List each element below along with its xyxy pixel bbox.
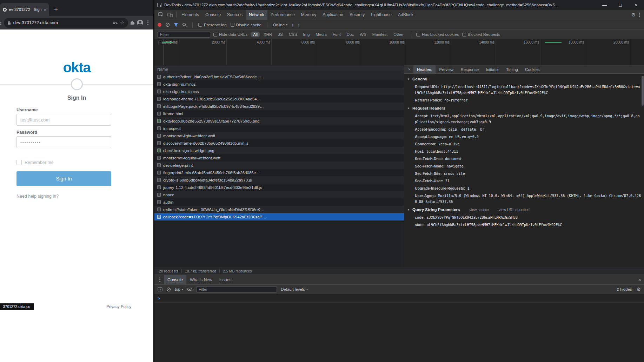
devtools-panel-tab[interactable]: AdBlock bbox=[395, 10, 417, 20]
close-button[interactable]: × bbox=[628, 0, 644, 10]
back-icon[interactable]: ‹ bbox=[0, 19, 2, 26]
details-tab[interactable]: Initiator bbox=[482, 65, 503, 73]
settings-gear-icon[interactable]: ⚙ bbox=[631, 12, 636, 17]
hide-data-urls-group[interactable]: Hide data URLs bbox=[213, 32, 247, 37]
table-row[interactable]: devicefingerprint bbox=[154, 162, 404, 169]
tab-close-icon[interactable]: × bbox=[44, 7, 46, 12]
name-column-header[interactable]: Name bbox=[154, 65, 404, 73]
close-drawer-icon[interactable]: × bbox=[638, 277, 641, 283]
clear-console-icon[interactable] bbox=[166, 287, 171, 292]
drawer-menu-icon[interactable] bbox=[159, 279, 160, 280]
console-settings-gear-icon[interactable]: ⚙ bbox=[636, 287, 641, 292]
console-prompt-row[interactable]: > bbox=[154, 294, 644, 303]
view-url-encoded-link[interactable]: view URL encoded bbox=[499, 208, 530, 212]
request-type-pill[interactable]: Media bbox=[313, 32, 329, 37]
clear-icon[interactable] bbox=[165, 22, 170, 27]
query-params-section-header[interactable]: ▼ Query String Parameters view source vi… bbox=[404, 205, 644, 213]
drawer-tab[interactable]: Issues bbox=[216, 275, 235, 284]
table-row[interactable]: okta-sign-in.min.js bbox=[154, 80, 404, 88]
console-output-area[interactable]: > bbox=[154, 294, 644, 362]
request-type-pill[interactable]: All bbox=[251, 32, 260, 37]
devtools-menu-icon[interactable] bbox=[639, 14, 640, 15]
request-type-pill[interactable]: Font bbox=[330, 32, 343, 37]
details-tab[interactable]: Response bbox=[457, 65, 482, 73]
preserve-log-group[interactable]: Preserve log bbox=[198, 23, 227, 27]
table-row[interactable]: jquery-1.12.4.cde246884d9601b57ecdf303e9… bbox=[154, 184, 404, 191]
record-button[interactable] bbox=[158, 23, 161, 27]
blocked-requests-checkbox[interactable] bbox=[462, 33, 466, 37]
inspect-element-icon[interactable] bbox=[156, 11, 165, 19]
details-tab[interactable]: Headers bbox=[413, 65, 436, 73]
table-row[interactable]: fingerprint2.min.68ab45bd98459cb766f3ab2… bbox=[154, 169, 404, 176]
view-source-link[interactable]: view source bbox=[469, 208, 489, 212]
request-type-pill[interactable]: Doc bbox=[344, 32, 356, 37]
extensions-puzzle-icon[interactable] bbox=[130, 20, 135, 25]
devtools-panel-tab[interactable]: Elements bbox=[178, 10, 202, 20]
address-bar[interactable]: dev-3701272.okta.com ☆ bbox=[4, 18, 128, 28]
drawer-tab[interactable]: Console bbox=[164, 275, 186, 284]
console-filter-input[interactable] bbox=[196, 287, 277, 292]
table-row[interactable]: montserrat-regular-webfont.woff bbox=[154, 154, 404, 162]
username-input[interactable] bbox=[16, 114, 111, 126]
request-type-pill[interactable]: JS bbox=[275, 32, 285, 37]
request-type-pill[interactable]: CSS bbox=[286, 32, 300, 37]
device-toolbar-icon[interactable] bbox=[165, 11, 174, 19]
network-timeline-overview[interactable]: 2000 ms 4000 ms 6000 ms 8000 ms 10000 ms… bbox=[154, 39, 644, 65]
help-link[interactable]: Need help signing in? bbox=[16, 194, 59, 199]
request-type-pill[interactable]: WS bbox=[357, 32, 369, 37]
table-row[interactable]: initLoginPage.pack.e4d8da92b7fc0974c4584… bbox=[154, 103, 404, 110]
disable-cache-group[interactable]: Disable cache bbox=[231, 23, 261, 27]
scrollbar-thumb[interactable] bbox=[642, 76, 644, 106]
console-sidebar-icon[interactable] bbox=[158, 287, 162, 291]
has-blocked-cookies-group[interactable]: Has blocked cookies bbox=[416, 32, 459, 37]
details-tab[interactable]: Timing bbox=[503, 65, 522, 73]
devtools-panel-tab[interactable]: Lighthouse bbox=[368, 10, 395, 20]
network-filter-input[interactable] bbox=[158, 32, 210, 38]
blocked-requests-group[interactable]: Blocked Requests bbox=[462, 32, 500, 37]
browser-menu-icon[interactable] bbox=[147, 22, 148, 23]
import-har-icon[interactable]: ↑ bbox=[291, 22, 294, 27]
password-input[interactable] bbox=[16, 136, 111, 148]
close-details-icon[interactable]: × bbox=[405, 67, 413, 72]
hide-data-urls-checkbox[interactable] bbox=[213, 33, 217, 37]
details-tab[interactable]: Preview bbox=[436, 65, 457, 73]
throttling-dropdown[interactable]: Online ▾ bbox=[273, 23, 287, 27]
devtools-panel-tab[interactable]: Console bbox=[202, 10, 224, 20]
eye-icon[interactable] bbox=[187, 288, 192, 291]
table-row[interactable]: callback?code=sJXbXYDrYPqf9NfpOLK942aEr2… bbox=[154, 213, 404, 221]
table-row[interactable]: loginpage-theme.7138a0eb969c6a25c2d39004… bbox=[154, 95, 404, 103]
details-tab[interactable]: Cookies bbox=[522, 65, 543, 73]
devtools-panel-tab[interactable]: Sources bbox=[224, 10, 246, 20]
log-levels-dropdown[interactable]: Default levels ▾ bbox=[281, 287, 308, 291]
devtools-panel-tab[interactable]: Memory bbox=[298, 10, 319, 20]
table-row[interactable]: authorize?client_id=0oa2af1bmslaVESOw5d6… bbox=[154, 73, 404, 80]
table-row[interactable]: checkbox-sign-in-widget.png bbox=[154, 147, 404, 154]
table-row[interactable]: montserrat-light-webfont.woff bbox=[154, 132, 404, 139]
devtools-panel-tab[interactable]: Performance bbox=[267, 10, 298, 20]
devtools-panel-tab[interactable]: Application bbox=[319, 10, 346, 20]
maximize-button[interactable]: □ bbox=[612, 0, 628, 10]
export-har-icon[interactable]: ↓ bbox=[298, 22, 300, 27]
browser-tab[interactable]: ev-3701272 - Sign In × bbox=[0, 3, 49, 16]
search-icon[interactable] bbox=[182, 22, 187, 27]
table-row[interactable]: okta-logo.00b28e552573899e15fa6e77278759… bbox=[154, 117, 404, 125]
context-selector-dropdown[interactable]: top ▾ bbox=[175, 287, 183, 291]
table-row[interactable]: introspect bbox=[154, 125, 404, 132]
table-row[interactable]: nonce bbox=[154, 191, 404, 198]
request-headers-section-header[interactable]: ▼ Request Headers bbox=[404, 104, 644, 112]
request-type-pill[interactable]: Img bbox=[300, 32, 312, 37]
sign-in-button[interactable]: Sign In bbox=[16, 171, 111, 186]
request-type-pill[interactable]: XHR bbox=[261, 32, 274, 37]
new-tab-button[interactable]: + bbox=[54, 6, 58, 13]
general-section-header[interactable]: ▼ General bbox=[404, 74, 644, 83]
table-row[interactable]: redirect?stateToken=00WAUo_OluImNeDinIZR… bbox=[154, 206, 404, 213]
table-row[interactable]: okta-sign-in.min.css bbox=[154, 88, 404, 95]
filter-funnel-icon[interactable] bbox=[174, 23, 178, 27]
devtools-panel-tab[interactable]: Network bbox=[246, 10, 267, 20]
preserve-log-checkbox[interactable] bbox=[198, 23, 202, 27]
key-icon[interactable] bbox=[113, 20, 118, 25]
profile-avatar[interactable] bbox=[137, 20, 143, 26]
table-row[interactable]: iframe.html bbox=[154, 110, 404, 117]
remember-me-checkbox[interactable] bbox=[16, 160, 22, 165]
table-row[interactable]: discoveryIframe-d662b785a6524906f1db.min… bbox=[154, 139, 404, 147]
